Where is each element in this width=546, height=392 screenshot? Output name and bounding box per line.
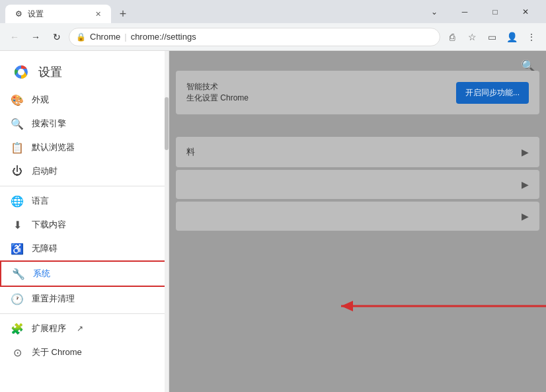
back-button[interactable]: ← [5, 28, 24, 46]
search-engine-icon: 🔍 [11, 117, 24, 130]
language-icon: 🌐 [11, 194, 24, 208]
sidebar-accessibility-label: 无障碍 [32, 243, 58, 255]
sync-text: 智能技术 生化设置 Chrome [186, 81, 249, 104]
sidebar-downloads-label: 下载内容 [32, 219, 66, 231]
reset-icon: 🕐 [11, 292, 24, 305]
external-link-icon: ↗ [77, 324, 83, 333]
chevron-right-icon: ▶ [522, 179, 529, 190]
sidebar-item-startup[interactable]: ⏻ 启动时 [0, 159, 169, 183]
reload-button[interactable]: ↻ [48, 28, 66, 46]
omnibox-separator: | [124, 32, 126, 42]
share-button[interactable]: ⎙ [443, 28, 461, 46]
minimize-button[interactable]: ─ [449, 0, 480, 23]
chrome-logo-icon [11, 61, 32, 83]
list-item[interactable]: ▶ [176, 202, 539, 231]
omnibox[interactable]: 🔒 Chrome | chrome://settings [69, 28, 440, 46]
svg-point-2 [18, 69, 24, 75]
sidebar-item-accessibility[interactable]: ♿ 无障碍 [0, 237, 169, 260]
sidebar-startup-label: 启动时 [32, 165, 58, 177]
address-bar: ← → ↻ 🔒 Chrome | chrome://settings ⎙ ☆ ▭… [0, 23, 546, 51]
sidebar-settings-title: 设置 [38, 64, 62, 80]
bookmark-button[interactable]: ☆ [463, 28, 481, 46]
sync-line1: 智能技术 [186, 81, 249, 93]
sidebar-appearance-label: 外观 [32, 94, 49, 106]
sidebar-scrollbar-track [165, 51, 169, 392]
system-icon: 🔧 [12, 267, 25, 280]
svg-marker-4 [341, 301, 353, 311]
sidebar-default-browser-label: 默认浏览器 [32, 141, 75, 153]
sidebar-item-language[interactable]: 🌐 语言 [0, 189, 169, 213]
main-layout: 设置 🎨 外观 🔍 搜索引擎 📋 默认浏览器 ⏻ 启动时 🌐 语言 [0, 51, 546, 392]
arrow-annotation [169, 286, 546, 326]
chevron-down-button[interactable]: ⌄ [419, 0, 449, 23]
sidebar: 设置 🎨 外观 🔍 搜索引擎 📋 默认浏览器 ⏻ 启动时 🌐 语言 [0, 51, 169, 392]
sidebar-about-label: 关于 Chrome [32, 346, 82, 358]
window-switch-button[interactable]: ▭ [483, 28, 501, 46]
sidebar-item-extensions[interactable]: 🧩 扩展程序 ↗ [0, 317, 169, 340]
sidebar-item-search[interactable]: 🔍 搜索引擎 [0, 112, 169, 136]
sidebar-divider-1 [0, 186, 169, 186]
list-item[interactable]: 料 ▶ [176, 137, 539, 167]
browser-name: Chrome [90, 32, 120, 42]
sidebar-item-default-browser[interactable]: 📋 默认浏览器 [0, 136, 169, 159]
content-list: 料 ▶ ▶ ▶ [176, 137, 539, 233]
sidebar-item-reset[interactable]: 🕐 重置并清理 [0, 287, 169, 311]
sync-card: 智能技术 生化设置 Chrome 开启同步功能... [176, 71, 539, 114]
extensions-icon: 🧩 [11, 322, 24, 335]
toolbar-icons: ⎙ ☆ ▭ 👤 ⋮ [443, 28, 541, 46]
sidebar-scrollbar-thumb[interactable] [165, 97, 169, 150]
tab-settings-icon: ⚙ [13, 9, 24, 19]
more-button[interactable]: ⋮ [522, 28, 541, 46]
tab-area: ⚙ 设置 ✕ + [5, 0, 132, 23]
chevron-right-icon: ▶ [522, 147, 529, 157]
default-browser-icon: 📋 [11, 141, 24, 154]
title-bar: ⚙ 设置 ✕ + ⌄ ─ □ ✕ [0, 0, 546, 23]
list-item-text: 料 [186, 146, 195, 158]
omnibox-security-icon: 🔒 [76, 32, 86, 42]
new-tab-button[interactable]: + [114, 5, 132, 23]
active-tab[interactable]: ⚙ 设置 ✕ [5, 5, 111, 23]
about-chrome-icon: ⊙ [11, 346, 24, 359]
sync-line2: 生化设置 Chrome [186, 93, 249, 104]
tab-close-button[interactable]: ✕ [93, 9, 103, 19]
tab-label: 设置 [28, 9, 44, 20]
sidebar-header: 设置 [0, 51, 169, 88]
accessibility-icon: ♿ [11, 242, 24, 255]
close-button[interactable]: ✕ [510, 0, 541, 23]
omnibox-url: chrome://settings [131, 32, 196, 42]
chevron-right-icon: ▶ [522, 211, 529, 221]
sidebar-item-appearance[interactable]: 🎨 外观 [0, 88, 169, 112]
forward-button[interactable]: → [26, 28, 45, 46]
list-item[interactable]: ▶ [176, 170, 539, 199]
content-area: 🔍 智能技术 生化设置 Chrome 开启同步功能... 料 ▶ ▶ ▶ [169, 51, 546, 392]
window-controls: ⌄ ─ □ ✕ [419, 0, 541, 23]
maximize-button[interactable]: □ [480, 0, 510, 23]
sidebar-navigation: 🎨 外观 🔍 搜索引擎 📋 默认浏览器 ⏻ 启动时 🌐 语言 ⬇ [0, 88, 169, 364]
sidebar-item-system[interactable]: 🔧 系统 [0, 260, 169, 287]
profile-button[interactable]: 👤 [502, 28, 521, 46]
downloads-icon: ⬇ [11, 218, 24, 231]
sidebar-reset-label: 重置并清理 [32, 293, 75, 305]
sidebar-divider-2 [0, 313, 169, 314]
startup-icon: ⏻ [11, 165, 24, 178]
sidebar-system-label: 系统 [33, 268, 50, 280]
sidebar-language-label: 语言 [32, 195, 49, 207]
sidebar-item-about[interactable]: ⊙ 关于 Chrome [0, 340, 169, 364]
sidebar-search-label: 搜索引擎 [32, 118, 66, 130]
appearance-icon: 🎨 [11, 93, 24, 106]
sidebar-extensions-label: 扩展程序 [32, 323, 66, 334]
sync-button[interactable]: 开启同步功能... [456, 82, 529, 104]
sidebar-item-downloads[interactable]: ⬇ 下载内容 [0, 213, 169, 237]
